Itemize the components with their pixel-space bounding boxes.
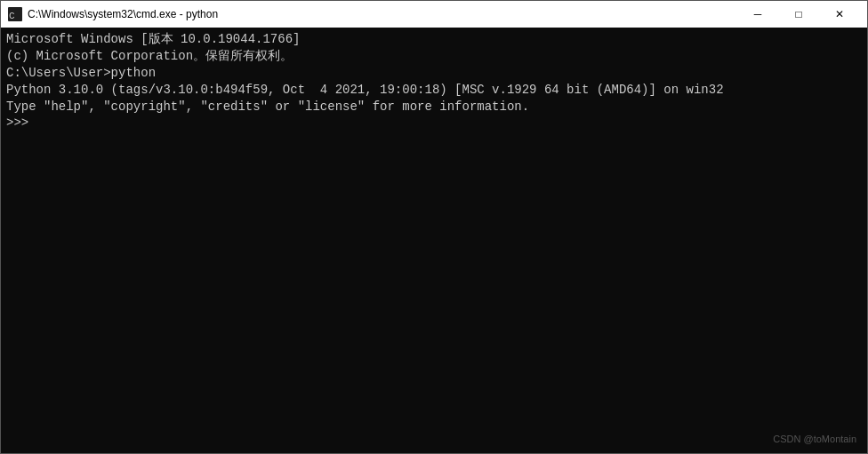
window-title: C:\Windows\system32\cmd.exe - python xyxy=(28,8,218,20)
terminal-body[interactable]: Microsoft Windows [版本 10.0.19044.1766](c… xyxy=(1,28,867,453)
terminal-line: Python 3.10.0 (tags/v3.10.0:b494f59, Oct… xyxy=(6,82,862,99)
title-bar: C C:\Windows\system32\cmd.exe - python ─… xyxy=(1,1,867,28)
terminal-content: Microsoft Windows [版本 10.0.19044.1766](c… xyxy=(6,31,862,131)
terminal-line: (c) Microsoft Corporation。保留所有权利。 xyxy=(6,48,862,65)
cmd-window: C C:\Windows\system32\cmd.exe - python ─… xyxy=(0,0,868,454)
minimize-button[interactable]: ─ xyxy=(737,1,778,28)
title-bar-left: C C:\Windows\system32\cmd.exe - python xyxy=(8,7,218,21)
cmd-icon: C xyxy=(8,7,22,21)
close-button[interactable]: ✕ xyxy=(819,1,860,28)
terminal-line: Microsoft Windows [版本 10.0.19044.1766] xyxy=(6,31,862,48)
window-controls: ─ □ ✕ xyxy=(737,1,860,28)
svg-text:C: C xyxy=(9,11,15,21)
terminal-line: >>> xyxy=(6,115,862,131)
terminal-line: Type "help", "copyright", "credits" or "… xyxy=(6,99,862,115)
watermark: CSDN @toMontain xyxy=(773,433,856,446)
maximize-button[interactable]: □ xyxy=(778,1,819,28)
terminal-line: C:\Users\User>python xyxy=(6,65,862,82)
